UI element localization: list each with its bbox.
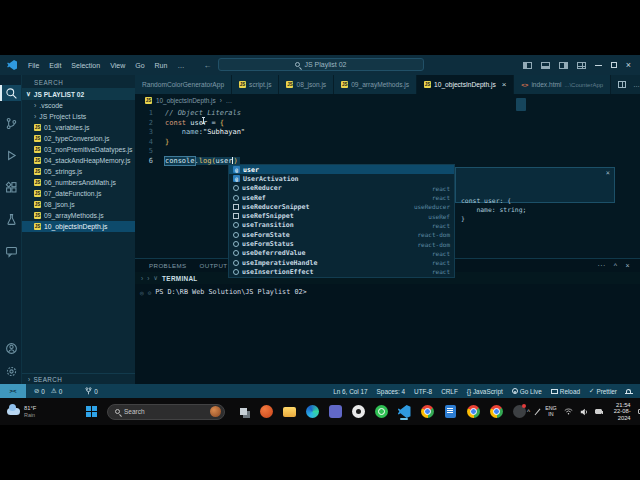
- file-tree-item[interactable]: JS10_objectsInDepth.js: [22, 221, 135, 232]
- minimize-button[interactable]: [595, 65, 602, 66]
- editor-tab[interactable]: <>index.html...\CounterApp: [514, 75, 611, 94]
- menu-item-[interactable]: …: [172, 62, 189, 69]
- chat-icon[interactable]: [3, 243, 19, 259]
- suggest-item[interactable]: useImperativeHandlereact: [229, 258, 454, 267]
- status-reload[interactable]: Reload: [551, 388, 580, 395]
- file-tree-item[interactable]: JS02_typeConversion.js: [22, 133, 135, 144]
- suggest-item[interactable]: useFormStatereact-dom: [229, 230, 454, 239]
- file-tree-item[interactable]: ›JS Project Lists: [22, 111, 135, 122]
- status-spaces-4[interactable]: Spaces: 4: [377, 388, 405, 395]
- editor-tab[interactable]: JS09_arrayMethods.js: [334, 75, 417, 94]
- chrome-taskbar-icon[interactable]: [419, 403, 435, 420]
- ports-indicator[interactable]: 0: [85, 387, 98, 395]
- split-editor-icon[interactable]: [618, 81, 626, 88]
- start-button[interactable]: [86, 406, 98, 418]
- file-tree-item[interactable]: JS04_stackAndHeapMemory.js: [22, 155, 135, 166]
- problems-indicator[interactable]: ⊘0 ⚠0: [34, 387, 62, 395]
- task-view-taskbar-icon[interactable]: [235, 403, 251, 420]
- wifi-icon[interactable]: [564, 408, 573, 415]
- toggle-sidebar-icon[interactable]: [523, 62, 532, 69]
- testing-icon[interactable]: [3, 211, 19, 227]
- battery-icon[interactable]: [595, 409, 602, 414]
- terminal-output[interactable]: ◎ ⊙ PS D:\RB Web Solution\JS Playlist 02…: [135, 284, 640, 296]
- menu-item-edit[interactable]: Edit: [44, 62, 66, 69]
- close-button[interactable]: ×: [626, 62, 631, 69]
- status-bell[interactable]: [626, 389, 631, 394]
- file-tree-item[interactable]: JS01_variables.js: [22, 122, 135, 133]
- file-tree-item[interactable]: ›.vscode: [22, 100, 135, 111]
- file-tree-item[interactable]: JS07_dateFunction.js: [22, 188, 135, 199]
- close-icon[interactable]: ×: [606, 169, 610, 178]
- toggle-panel-icon[interactable]: [541, 62, 550, 69]
- file-tree-item[interactable]: JS03_nonPremitiveDatatypes.js: [22, 144, 135, 155]
- editor-tab[interactable]: JSscript.js: [232, 75, 279, 94]
- breadcrumb[interactable]: JS 10_objectsInDepth.js › …: [135, 94, 640, 106]
- remote-indicator[interactable]: ><: [0, 384, 26, 398]
- language-indicator[interactable]: ENG IN: [545, 406, 556, 417]
- hidden-icons-chevron[interactable]: ^: [527, 408, 530, 415]
- file-tree-item[interactable]: JS06_numbersAndMath.js: [22, 177, 135, 188]
- suggest-item[interactable]: useReducerreact: [229, 184, 454, 193]
- recorder-taskbar-icon[interactable]: [511, 403, 527, 420]
- chrome-taskbar-icon[interactable]: [465, 403, 481, 420]
- menu-item-view[interactable]: View: [105, 62, 130, 69]
- file-tree-item[interactable]: JS08_json.js: [22, 199, 135, 210]
- edge-taskbar-icon[interactable]: [304, 403, 320, 420]
- whatsapp-taskbar-icon[interactable]: [373, 403, 389, 420]
- restore-button[interactable]: [611, 62, 617, 68]
- status-utf-8[interactable]: UTF-8: [414, 388, 432, 395]
- status-go-live[interactable]: Go Live: [512, 388, 542, 395]
- suggest-item[interactable]: useFormStatusreact-dom: [229, 239, 454, 248]
- maximize-panel-icon[interactable]: ^: [614, 262, 618, 269]
- menu-item-go[interactable]: Go: [130, 62, 149, 69]
- panel-tab-problems[interactable]: PROBLEMS: [149, 262, 187, 269]
- notepad-taskbar-icon[interactable]: [442, 403, 458, 420]
- suggest-item[interactable]: useDeferredValuereact: [229, 249, 454, 258]
- file-tree-item[interactable]: JS05_strings.js: [22, 166, 135, 177]
- suggest-item[interactable]: useReducerSnippetuseReducer: [229, 202, 454, 211]
- pen-icon[interactable]: [535, 408, 541, 415]
- suggest-item[interactable]: useRefreact: [229, 193, 454, 202]
- chrome-taskbar-icon[interactable]: [488, 403, 504, 420]
- editor-tab[interactable]: JS10_objectsInDepth.js×: [417, 75, 514, 94]
- panel-tab-output[interactable]: OUTPUT: [200, 262, 228, 269]
- menu-item-run[interactable]: Run: [150, 62, 173, 69]
- settings-gear-icon[interactable]: [3, 363, 19, 379]
- search-section-collapsed[interactable]: › SEARCH: [22, 373, 135, 384]
- status-crlf[interactable]: CRLF: [441, 388, 458, 395]
- suggest-item[interactable]: useInsertionEffectreact: [229, 267, 454, 276]
- suggest-item[interactable]: useRefSnippetuseRef: [229, 211, 454, 220]
- accounts-icon[interactable]: [3, 340, 19, 356]
- close-icon[interactable]: ×: [502, 80, 507, 89]
- folder-section-header[interactable]: ∨ JS PLAYLIST 02: [22, 88, 135, 100]
- customize-layout-icon[interactable]: [577, 62, 586, 69]
- more-actions-icon[interactable]: …: [633, 81, 640, 88]
- command-center-search[interactable]: JS Playlist 02: [218, 58, 424, 71]
- menu-item-selection[interactable]: Selection: [66, 62, 105, 69]
- status-ln-6-col-17[interactable]: Ln 6, Col 17: [333, 388, 367, 395]
- more-icon[interactable]: ···: [598, 262, 606, 269]
- menu-item-file[interactable]: File: [23, 62, 44, 69]
- nav-back-icon[interactable]: ←: [203, 61, 211, 70]
- status--javascript[interactable]: {} JavaScript: [467, 388, 503, 395]
- minimap-slider[interactable]: [516, 98, 526, 111]
- bw-taskbar-icon[interactable]: [350, 403, 366, 420]
- teams-taskbar-icon[interactable]: [327, 403, 343, 420]
- search-activity-icon[interactable]: [0, 85, 21, 101]
- file-explorer-taskbar-icon[interactable]: [281, 403, 297, 420]
- suggest-item[interactable]: @user: [229, 165, 454, 174]
- extensions-icon[interactable]: [3, 179, 19, 195]
- status-prettier[interactable]: ✓Prettier: [589, 387, 617, 395]
- volume-icon[interactable]: [580, 408, 588, 416]
- clock-widget[interactable]: 21:54 22-08-2024: [609, 402, 631, 422]
- brave-taskbar-icon[interactable]: [258, 403, 274, 420]
- toggle-secondary-sidebar-icon[interactable]: [559, 62, 568, 69]
- file-tree-item[interactable]: JS09_arrayMethods.js: [22, 210, 135, 221]
- source-control-icon[interactable]: [3, 115, 19, 131]
- editor-tab[interactable]: RandomColorGeneratorApp: [135, 75, 232, 94]
- taskbar-search[interactable]: Search: [107, 404, 225, 420]
- editor-tab[interactable]: JS08_json.js: [279, 75, 334, 94]
- suggest-item[interactable]: useTransitionreact: [229, 221, 454, 230]
- weather-widget[interactable]: 81°F Rain: [0, 405, 86, 418]
- close-panel-icon[interactable]: ×: [626, 262, 631, 269]
